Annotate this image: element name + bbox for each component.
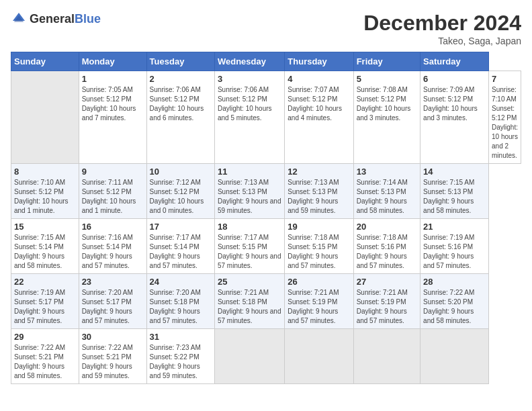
day-number: 11 — [218, 167, 281, 177]
day-number: 15 — [14, 222, 76, 232]
calendar-cell: 31 Sunrise: 7:23 AMSunset: 5:22 PMDaylig… — [146, 329, 214, 384]
day-info: Sunrise: 7:10 AMSunset: 5:12 PMDaylight:… — [492, 85, 518, 161]
day-number: 17 — [150, 222, 212, 232]
day-number: 16 — [82, 222, 144, 232]
day-info: Sunrise: 7:05 AMSunset: 5:12 PMDaylight:… — [82, 85, 144, 123]
logo-icon — [11, 11, 27, 27]
day-number: 5 — [357, 74, 417, 84]
calendar-week-row: 29 Sunrise: 7:22 AMSunset: 5:21 PMDaylig… — [11, 329, 521, 384]
day-info: Sunrise: 7:15 AMSunset: 5:14 PMDaylight:… — [14, 233, 76, 271]
day-number: 2 — [150, 74, 212, 84]
day-info: Sunrise: 7:22 AMSunset: 5:20 PMDaylight:… — [423, 288, 486, 326]
calendar-cell: 26 Sunrise: 7:21 AMSunset: 5:19 PMDaylig… — [285, 274, 353, 329]
weekday-header-cell: Tuesday — [146, 52, 214, 71]
day-info: Sunrise: 7:11 AMSunset: 5:12 PMDaylight:… — [82, 178, 144, 216]
day-info: Sunrise: 7:19 AMSunset: 5:17 PMDaylight:… — [14, 288, 76, 326]
calendar-table: SundayMondayTuesdayWednesdayThursdayFrid… — [11, 52, 521, 384]
day-info: Sunrise: 7:20 AMSunset: 5:18 PMDaylight:… — [150, 288, 212, 326]
calendar-cell: 14 Sunrise: 7:15 AMSunset: 5:13 PMDaylig… — [420, 164, 489, 219]
page-header: GeneralBlue December 2024 Takeo, Saga, J… — [11, 11, 521, 46]
weekday-header-cell: Saturday — [420, 52, 489, 71]
calendar-cell — [214, 329, 284, 384]
calendar-body: 1 Sunrise: 7:05 AMSunset: 5:12 PMDayligh… — [11, 71, 521, 384]
day-number: 26 — [287, 277, 350, 287]
month-title: December 2024 — [363, 11, 521, 36]
day-number: 18 — [218, 222, 281, 232]
calendar-cell: 23 Sunrise: 7:20 AMSunset: 5:17 PMDaylig… — [79, 274, 146, 329]
calendar-cell: 28 Sunrise: 7:22 AMSunset: 5:20 PMDaylig… — [420, 274, 489, 329]
day-number: 31 — [150, 332, 212, 342]
day-number: 29 — [14, 332, 76, 342]
calendar-cell: 29 Sunrise: 7:22 AMSunset: 5:21 PMDaylig… — [11, 329, 79, 384]
day-info: Sunrise: 7:13 AMSunset: 5:13 PMDaylight:… — [287, 178, 350, 216]
day-number: 1 — [82, 74, 144, 84]
calendar-cell — [420, 329, 489, 384]
day-number: 24 — [150, 277, 212, 287]
day-number: 4 — [287, 74, 350, 84]
calendar-cell: 19 Sunrise: 7:18 AMSunset: 5:15 PMDaylig… — [285, 219, 353, 274]
calendar-cell: 15 Sunrise: 7:15 AMSunset: 5:14 PMDaylig… — [11, 219, 79, 274]
calendar-cell: 11 Sunrise: 7:13 AMSunset: 5:13 PMDaylig… — [214, 164, 284, 219]
day-number: 22 — [14, 277, 76, 287]
calendar-cell: 13 Sunrise: 7:14 AMSunset: 5:13 PMDaylig… — [353, 164, 420, 219]
day-number: 13 — [357, 167, 417, 177]
day-number: 9 — [82, 167, 144, 177]
day-number: 3 — [218, 74, 281, 84]
calendar-cell: 27 Sunrise: 7:21 AMSunset: 5:19 PMDaylig… — [353, 274, 420, 329]
day-info: Sunrise: 7:21 AMSunset: 5:18 PMDaylight:… — [218, 288, 281, 326]
day-info: Sunrise: 7:08 AMSunset: 5:12 PMDaylight:… — [357, 85, 417, 123]
day-info: Sunrise: 7:20 AMSunset: 5:17 PMDaylight:… — [82, 288, 144, 326]
day-number: 6 — [423, 74, 486, 84]
weekday-header-cell: Thursday — [285, 52, 353, 71]
day-info: Sunrise: 7:19 AMSunset: 5:16 PMDaylight:… — [423, 233, 486, 271]
calendar-cell: 24 Sunrise: 7:20 AMSunset: 5:18 PMDaylig… — [146, 274, 214, 329]
weekday-header-cell: Wednesday — [214, 52, 284, 71]
calendar-cell — [353, 329, 420, 384]
day-info: Sunrise: 7:07 AMSunset: 5:12 PMDaylight:… — [287, 85, 350, 123]
title-area: December 2024 Takeo, Saga, Japan — [363, 11, 521, 46]
calendar-cell: 10 Sunrise: 7:12 AMSunset: 5:12 PMDaylig… — [146, 164, 214, 219]
calendar-cell: 8 Sunrise: 7:10 AMSunset: 5:12 PMDayligh… — [11, 164, 79, 219]
location-title: Takeo, Saga, Japan — [363, 36, 521, 46]
calendar-week-row: 1 Sunrise: 7:05 AMSunset: 5:12 PMDayligh… — [11, 71, 521, 164]
weekday-header-cell: Friday — [353, 52, 420, 71]
calendar-week-row: 15 Sunrise: 7:15 AMSunset: 5:14 PMDaylig… — [11, 219, 521, 274]
logo-text-blue: Blue — [75, 12, 101, 26]
day-number: 21 — [423, 222, 486, 232]
weekday-header-row: SundayMondayTuesdayWednesdayThursdayFrid… — [11, 52, 521, 71]
calendar-cell: 2 Sunrise: 7:06 AMSunset: 5:12 PMDayligh… — [146, 71, 214, 164]
day-info: Sunrise: 7:18 AMSunset: 5:15 PMDaylight:… — [287, 233, 350, 271]
day-info: Sunrise: 7:22 AMSunset: 5:21 PMDaylight:… — [14, 343, 76, 381]
logo-text-general: General — [30, 12, 75, 26]
day-info: Sunrise: 7:10 AMSunset: 5:12 PMDaylight:… — [14, 178, 76, 216]
day-number: 10 — [150, 167, 212, 177]
day-number: 23 — [82, 277, 144, 287]
calendar-cell — [285, 329, 353, 384]
day-number: 19 — [287, 222, 350, 232]
day-info: Sunrise: 7:17 AMSunset: 5:14 PMDaylight:… — [150, 233, 212, 271]
day-info: Sunrise: 7:13 AMSunset: 5:13 PMDaylight:… — [218, 178, 281, 216]
day-info: Sunrise: 7:12 AMSunset: 5:12 PMDaylight:… — [150, 178, 212, 216]
calendar-cell: 7 Sunrise: 7:10 AMSunset: 5:12 PMDayligh… — [489, 71, 521, 164]
day-number: 27 — [357, 277, 417, 287]
calendar-cell — [11, 71, 79, 164]
day-info: Sunrise: 7:21 AMSunset: 5:19 PMDaylight:… — [287, 288, 350, 326]
day-number: 8 — [14, 167, 76, 177]
day-info: Sunrise: 7:23 AMSunset: 5:22 PMDaylight:… — [150, 343, 212, 381]
day-info: Sunrise: 7:14 AMSunset: 5:13 PMDaylight:… — [357, 178, 417, 216]
day-number: 12 — [287, 167, 350, 177]
day-info: Sunrise: 7:16 AMSunset: 5:14 PMDaylight:… — [82, 233, 144, 271]
day-number: 7 — [492, 74, 518, 84]
calendar-cell: 6 Sunrise: 7:09 AMSunset: 5:12 PMDayligh… — [420, 71, 489, 164]
calendar-cell: 4 Sunrise: 7:07 AMSunset: 5:12 PMDayligh… — [285, 71, 353, 164]
weekday-header-cell: Monday — [79, 52, 146, 71]
calendar-cell: 17 Sunrise: 7:17 AMSunset: 5:14 PMDaylig… — [146, 219, 214, 274]
day-info: Sunrise: 7:06 AMSunset: 5:12 PMDaylight:… — [218, 85, 281, 123]
day-info: Sunrise: 7:18 AMSunset: 5:16 PMDaylight:… — [357, 233, 417, 271]
calendar-cell: 12 Sunrise: 7:13 AMSunset: 5:13 PMDaylig… — [285, 164, 353, 219]
calendar-cell: 16 Sunrise: 7:16 AMSunset: 5:14 PMDaylig… — [79, 219, 146, 274]
day-info: Sunrise: 7:06 AMSunset: 5:12 PMDaylight:… — [150, 85, 212, 123]
calendar-cell: 21 Sunrise: 7:19 AMSunset: 5:16 PMDaylig… — [420, 219, 489, 274]
day-number: 20 — [357, 222, 417, 232]
day-info: Sunrise: 7:21 AMSunset: 5:19 PMDaylight:… — [357, 288, 417, 326]
